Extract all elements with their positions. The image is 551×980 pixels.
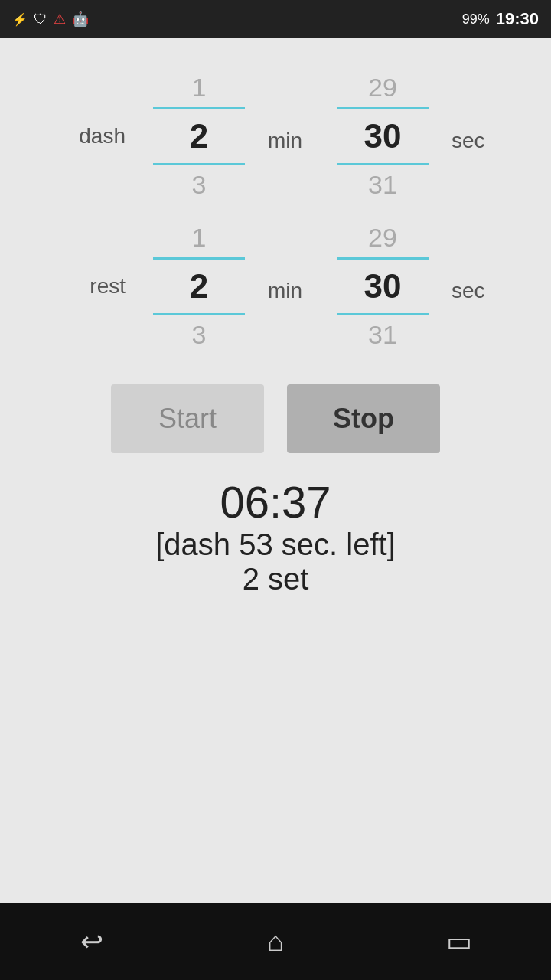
- rest-sec-spinner[interactable]: 29 30 31: [321, 211, 444, 361]
- usb-icon: [12, 11, 28, 28]
- dash-min-above: 1: [192, 61, 207, 107]
- home-button[interactable]: [245, 911, 306, 972]
- timer-display: 06:37 [dash 53 sec. left] 2 set: [155, 476, 396, 596]
- main-content: dash 1 2 3 min 29 30 31 sec rest 1 2: [0, 38, 551, 903]
- dash-sec-unit: sec: [444, 119, 505, 153]
- control-buttons: Start Stop: [111, 384, 440, 453]
- dash-min-selected: 2: [190, 109, 208, 163]
- recent-button[interactable]: [429, 911, 490, 972]
- dash-min-unit: min: [260, 119, 321, 153]
- dash-sec-spinner[interactable]: 29 30 31: [321, 61, 444, 211]
- rest-min-selected: 2: [190, 260, 208, 313]
- warning-icon: [54, 11, 66, 28]
- shield-icon: [34, 11, 47, 28]
- rest-sec-selected: 30: [364, 260, 402, 313]
- rest-sec-below: 31: [368, 315, 397, 361]
- status-icons-left: [12, 11, 89, 28]
- android-icon: [72, 11, 89, 28]
- rest-min-unit: min: [260, 270, 321, 303]
- battery-percent: 99%: [462, 11, 490, 28]
- rest-sec-above: 29: [368, 211, 397, 257]
- dash-sec-below: 31: [368, 165, 397, 211]
- stop-button[interactable]: Stop: [287, 384, 440, 453]
- rest-spinner-section: rest 1 2 3 min 29 30 31 sec: [0, 211, 551, 361]
- rest-min-above: 1: [192, 211, 207, 257]
- back-icon: [80, 926, 103, 958]
- rest-min-below: 3: [192, 315, 207, 361]
- timer-time: 06:37: [220, 476, 331, 528]
- start-button[interactable]: Start: [111, 384, 264, 453]
- recent-icon: [446, 926, 472, 958]
- dash-min-below: 3: [192, 165, 207, 211]
- timer-set: 2 set: [243, 562, 309, 596]
- rest-min-spinner[interactable]: 1 2 3: [138, 211, 260, 361]
- dash-spinner-section: dash 1 2 3 min 29 30 31 sec: [0, 61, 551, 211]
- rest-sec-unit: sec: [444, 270, 505, 303]
- status-info-right: 99% 19:30: [462, 9, 539, 29]
- status-time: 19:30: [496, 9, 539, 29]
- rest-label: rest: [46, 274, 138, 299]
- timer-phase: [dash 53 sec. left]: [155, 528, 396, 562]
- bottom-nav: [0, 903, 551, 980]
- dash-min-spinner[interactable]: 1 2 3: [138, 61, 260, 211]
- dash-sec-selected: 30: [364, 109, 402, 163]
- dash-label: dash: [46, 124, 138, 149]
- home-icon: [267, 926, 284, 958]
- status-bar: 99% 19:30: [0, 0, 551, 38]
- back-button[interactable]: [61, 911, 122, 972]
- dash-sec-above: 29: [368, 61, 397, 107]
